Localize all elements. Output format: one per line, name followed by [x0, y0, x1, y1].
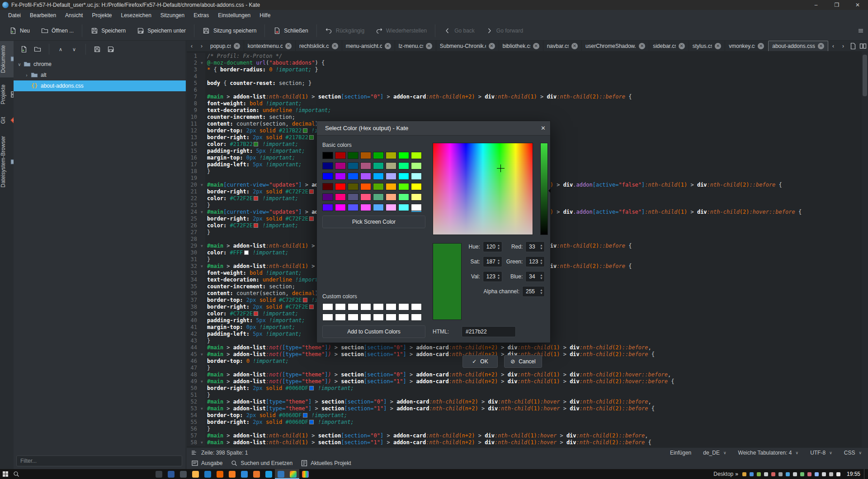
tab-close-icon[interactable]: ✕: [385, 43, 391, 49]
tray-icon[interactable]: [821, 469, 828, 479]
close-button[interactable]: ✕: [847, 0, 868, 10]
menu-item-hilfe[interactable]: Hilfe: [255, 11, 275, 20]
color-swatch[interactable]: [335, 162, 346, 169]
taskbar-app-kate-active[interactable]: [287, 469, 299, 479]
color-swatch[interactable]: [360, 193, 371, 201]
color-swatch[interactable]: [360, 314, 371, 321]
cancel-button[interactable]: ⊘Cancel: [504, 355, 542, 368]
tab-list-right-icon[interactable]: ›: [838, 41, 848, 51]
color-swatch[interactable]: [398, 162, 409, 169]
color-swatch[interactable]: [360, 183, 371, 190]
tab-close-icon[interactable]: ✕: [489, 43, 495, 49]
color-swatch[interactable]: [335, 183, 346, 190]
color-swatch[interactable]: [335, 152, 346, 159]
color-swatch[interactable]: [348, 183, 359, 190]
toolbar-button-speichern-unter[interactable]: Speichern unter: [131, 23, 191, 38]
tab-navbar-css[interactable]: navbar.css✕: [543, 41, 582, 51]
color-swatch[interactable]: [373, 303, 384, 310]
tray-icon[interactable]: [806, 469, 813, 479]
start-button[interactable]: [0, 469, 11, 479]
tray-icon[interactable]: [799, 469, 806, 479]
html-color-input[interactable]: #217b22: [462, 326, 516, 337]
color-swatch[interactable]: [411, 152, 422, 159]
tab-stylus-css[interactable]: stylus.css✕: [689, 41, 726, 51]
sat-spinbox[interactable]: 187▲▼: [483, 256, 502, 267]
color-swatch[interactable]: [322, 183, 333, 190]
toolbar-button--ffnen-[interactable]: Öffnen ...: [35, 23, 79, 38]
save-as-icon[interactable]: [105, 43, 117, 55]
color-swatch[interactable]: [398, 303, 409, 310]
previous-document-icon[interactable]: ∧: [55, 43, 66, 55]
new-document-icon[interactable]: [18, 43, 30, 55]
toolbar-button-neu[interactable]: Neu: [4, 23, 35, 38]
toolbar-overflow-icon[interactable]: [857, 27, 864, 34]
red-spinbox[interactable]: 33▲▼: [525, 241, 545, 252]
color-swatch[interactable]: [360, 303, 371, 310]
color-swatch[interactable]: [398, 173, 409, 180]
hue-spinbox[interactable]: 120▲▼: [483, 241, 502, 252]
tray-overflow-chevron[interactable]: »: [735, 471, 738, 477]
menu-item-einstellungen[interactable]: Einstellungen: [213, 11, 255, 20]
statusbar-item-de-de[interactable]: de_DE∨: [703, 450, 726, 456]
fold-marker-icon[interactable]: ▼: [198, 263, 205, 270]
taskbar-app-spectrum-app[interactable]: [299, 469, 311, 479]
color-swatch[interactable]: [411, 162, 422, 169]
statusbar-item-css[interactable]: CSS∨: [844, 450, 862, 456]
menu-item-datei[interactable]: Datei: [4, 11, 25, 20]
tab-close-icon[interactable]: ✕: [715, 43, 721, 49]
tab-close-icon[interactable]: ✕: [818, 43, 824, 49]
tab-close-icon[interactable]: ✕: [571, 43, 578, 49]
val-spinbox[interactable]: 123▲▼: [483, 271, 502, 282]
statusbar-item-utf-8[interactable]: UTF-8∨: [810, 450, 832, 456]
color-swatch[interactable]: [373, 183, 384, 190]
color-swatch[interactable]: [373, 204, 384, 211]
color-swatch[interactable]: [411, 193, 422, 201]
tray-icon[interactable]: [777, 469, 784, 479]
tree-item-chrome[interactable]: ∨chrome: [14, 59, 186, 70]
taskbar-app-vlc[interactable]: [226, 469, 238, 479]
fold-marker-icon[interactable]: ▼: [198, 182, 205, 188]
new-tab-icon[interactable]: [848, 41, 858, 51]
scrollbar-thumb[interactable]: [863, 55, 867, 96]
toolview-button-aktuelles-projekt[interactable]: Aktuelles Projekt: [301, 460, 351, 467]
tray-icon[interactable]: [763, 469, 770, 479]
value-slider[interactable]: [540, 143, 548, 235]
menu-item-projekte[interactable]: Projekte: [87, 11, 116, 20]
toolbar-button-schlie-en[interactable]: Schließen: [268, 23, 313, 38]
tree-expander-icon[interactable]: ›: [24, 73, 30, 78]
tab-close-icon[interactable]: ✕: [332, 43, 338, 49]
value-slider-arrow[interactable]: [548, 188, 551, 193]
color-swatch[interactable]: [373, 173, 384, 180]
fold-marker-icon[interactable]: ▼: [198, 60, 205, 66]
color-swatch[interactable]: [348, 204, 359, 211]
color-swatch[interactable]: [398, 152, 409, 159]
tab-scroll-right-icon[interactable]: ›: [197, 41, 207, 51]
tab-close-icon[interactable]: ✕: [285, 43, 292, 49]
tab-close-icon[interactable]: ✕: [758, 43, 764, 49]
taskbar-clock[interactable]: 19:55: [847, 471, 860, 477]
tab-vmonkey-css[interactable]: vmonkey.css✕: [725, 41, 768, 51]
toolview-button-suchen-und-ersetzen[interactable]: Suchen und Ersetzen: [231, 460, 292, 467]
tray-icon[interactable]: [792, 469, 799, 479]
tab-lz-menu-css[interactable]: lz-menu.css✕: [395, 41, 436, 51]
tab-sidebar-css[interactable]: sidebar.css✕: [649, 41, 689, 51]
tab-bibliothek-css[interactable]: bibliothek.css✕: [499, 41, 543, 51]
color-swatch[interactable]: [386, 303, 396, 310]
tab-close-icon[interactable]: ✕: [679, 43, 685, 49]
color-swatch[interactable]: [348, 303, 359, 310]
tab-popup-css[interactable]: popup.css✕: [207, 41, 244, 51]
tray-icon[interactable]: [828, 469, 835, 479]
toolview-button-ausgabe[interactable]: Ausgabe: [191, 460, 222, 467]
taskbar-app-word[interactable]: [165, 469, 177, 479]
color-swatch[interactable]: [398, 183, 409, 190]
color-picker-crosshair[interactable]: [497, 164, 505, 172]
tab-rechtsklick-css[interactable]: rechtsklick.css✕: [296, 41, 342, 51]
dialog-close-icon[interactable]: ✕: [541, 125, 546, 131]
tree-item-about-addons-css[interactable]: {}about-addons.css: [14, 80, 186, 91]
color-swatch[interactable]: [360, 204, 371, 211]
tab-close-icon[interactable]: ✕: [639, 43, 645, 49]
color-swatch[interactable]: [411, 183, 422, 190]
color-swatch[interactable]: [348, 173, 359, 180]
color-swatch[interactable]: [322, 152, 333, 159]
color-swatch[interactable]: [335, 303, 346, 310]
